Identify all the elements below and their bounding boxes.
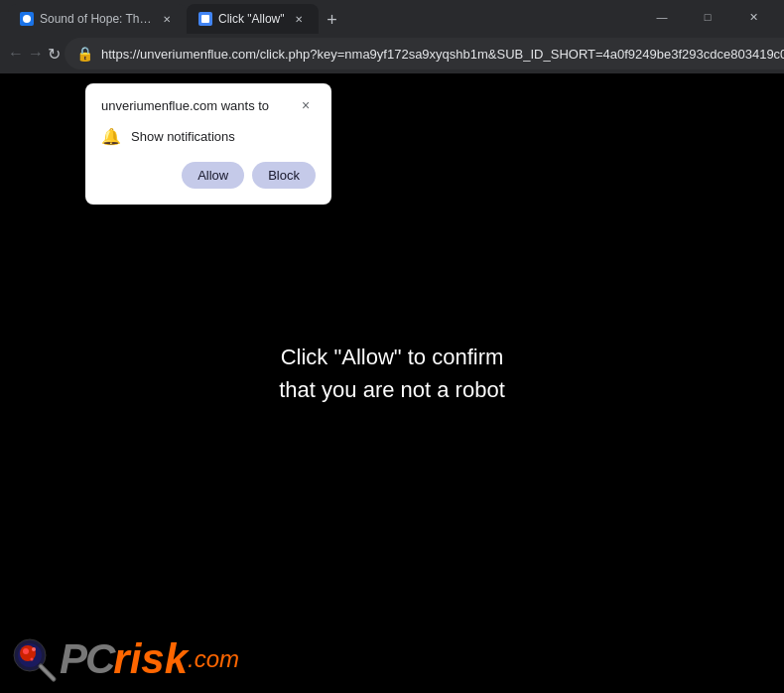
browser-content: unveriumenflue.com wants to × 🔔 Show not… — [0, 73, 784, 693]
nav-bar: ← → ↻ 🔒 https://unveriumenflue.com/click… — [0, 34, 784, 73]
svg-point-7 — [31, 658, 34, 661]
reload-button[interactable]: ↻ — [48, 38, 61, 69]
tab-allow[interactable]: Click "Allow" ✕ — [187, 4, 319, 34]
svg-rect-1 — [201, 15, 209, 23]
svg-line-9 — [41, 666, 54, 679]
close-button[interactable]: ✕ — [730, 0, 776, 34]
back-button[interactable]: ← — [8, 38, 24, 69]
tab-close-1[interactable]: ✕ — [159, 11, 175, 27]
risk-text: risk — [113, 638, 188, 680]
pcrisk-text: PC risk .com — [60, 638, 239, 680]
tab-label-1: Sound of Hope: The Story of P... — [40, 12, 153, 26]
svg-point-0 — [23, 15, 31, 23]
tab-close-2[interactable]: ✕ — [291, 11, 307, 27]
tab-favicon-1 — [20, 12, 34, 26]
main-text-line1: Click "Allow" to confirm — [279, 341, 505, 373]
notification-popup: unveriumenflue.com wants to × 🔔 Show not… — [85, 83, 331, 205]
address-bar[interactable]: 🔒 https://unveriumenflue.com/click.php?k… — [65, 38, 784, 69]
address-lock-icon: 🔒 — [76, 46, 93, 62]
main-content-text: Click "Allow" to confirm that you are no… — [279, 341, 505, 406]
allow-button[interactable]: Allow — [182, 162, 244, 189]
popup-title: unveriumenflue.com wants to — [101, 98, 269, 113]
svg-point-5 — [23, 648, 29, 654]
minimize-button[interactable]: — — [639, 0, 685, 34]
tab-sound-of-hope[interactable]: Sound of Hope: The Story of P... ✕ — [8, 4, 187, 34]
main-text-line2: that you are not a robot — [279, 373, 505, 406]
popup-option: 🔔 Show notifications — [101, 127, 316, 146]
block-button[interactable]: Block — [252, 162, 316, 189]
maximize-button[interactable]: □ — [685, 0, 730, 34]
popup-header: unveriumenflue.com wants to × — [101, 95, 316, 115]
title-bar: Sound of Hope: The Story of P... ✕ Click… — [0, 0, 784, 34]
window-controls: — □ ✕ — [639, 0, 776, 34]
svg-point-6 — [32, 647, 36, 651]
pcrisk-icon — [8, 633, 60, 685]
pc-text: PC — [60, 638, 113, 680]
show-notifications-label: Show notifications — [131, 129, 235, 144]
tab-group: Sound of Hope: The Story of P... ✕ Click… — [8, 0, 639, 34]
forward-button[interactable]: → — [28, 38, 44, 69]
dot-com-text: .com — [188, 645, 239, 673]
new-tab-button[interactable]: + — [319, 6, 346, 34]
tab-favicon-2 — [198, 12, 212, 26]
bell-icon: 🔔 — [101, 127, 121, 146]
popup-buttons: Allow Block — [101, 162, 316, 189]
address-text: https://unveriumenflue.com/click.php?key… — [101, 47, 784, 62]
pcrisk-logo: PC risk .com — [8, 633, 239, 685]
tab-label-2: Click "Allow" — [218, 12, 285, 26]
popup-close-button[interactable]: × — [296, 95, 316, 115]
browser-frame: Sound of Hope: The Story of P... ✕ Click… — [0, 0, 784, 693]
